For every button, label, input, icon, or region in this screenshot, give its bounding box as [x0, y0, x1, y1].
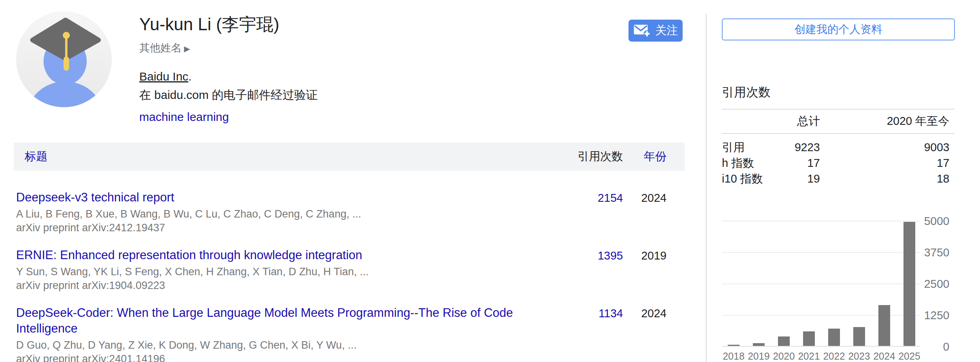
chart-bar-2023[interactable] [853, 327, 865, 346]
chart-ytick-label: 3750 [898, 245, 949, 260]
other-names-toggle[interactable]: 其他姓名▶ [139, 41, 610, 55]
scholar-profile-page: Yu-kun Li (李宇琨) 其他姓名▶ Baidu Inc. 在 baidu… [0, 0, 980, 362]
citations-table: 总计 2020 年至今 引用 9223 9003 h 指数 17 17 i10 … [722, 109, 955, 186]
create-profile-button[interactable]: 创建我的个人资料 [722, 18, 955, 40]
follow-button[interactable]: 关注 [628, 20, 683, 42]
sort-by-year-link[interactable]: 年份 [644, 150, 667, 163]
interest-link-machine-learning[interactable]: machine learning [139, 110, 229, 123]
citations-table-header: 总计 2020 年至今 [722, 109, 955, 134]
article-venue: arXiv preprint arXiv:2412.19437 [16, 221, 568, 235]
articles-table-header: 标题 引用次数 年份 [14, 143, 685, 171]
article-venue: arXiv preprint arXiv:1904.09223 [16, 279, 568, 293]
article-row: DeepSeek-Coder: When the Large Language … [14, 305, 685, 362]
citations-row-citations: 引用 9223 9003 [722, 139, 955, 155]
default-scholar-avatar-icon [15, 10, 113, 108]
vertical-divider [706, 13, 707, 362]
citations-col-all: 总计 [789, 113, 820, 129]
citations-row-h-index: h 指数 17 17 [722, 155, 955, 171]
citations-row-i10-index: i10 指数 19 18 [722, 171, 955, 186]
citation-chart: 0125025003750500020182019202020212022202… [722, 214, 955, 362]
chart-bar-2022[interactable] [828, 329, 840, 346]
chart-bar-2020[interactable] [778, 336, 790, 346]
sort-by-citations-label: 引用次数 [568, 149, 623, 165]
article-authors: A Liu, B Feng, B Xue, B Wang, B Wu, C Lu… [16, 207, 568, 221]
follow-button-label: 关注 [655, 23, 678, 38]
chart-ytick-label: 2500 [898, 276, 949, 292]
article-authors: Y Sun, S Wang, YK Li, S Feng, X Chen, H … [16, 265, 568, 279]
avatar [15, 10, 113, 108]
article-authors: D Guo, Q Zhu, D Yang, Z Xie, K Dong, W Z… [16, 338, 568, 352]
chart-bar-2019[interactable] [753, 343, 765, 346]
article-cited-by-link[interactable]: 2154 [568, 190, 623, 235]
article-venue: arXiv preprint arXiv:2401.14196 [16, 352, 568, 362]
affiliation-line: Baidu Inc. [139, 70, 610, 83]
chart-gridline [722, 221, 920, 221]
profile-header: Yu-kun Li (李宇琨) 其他姓名▶ Baidu Inc. 在 baidu… [139, 14, 610, 124]
sort-by-title-link[interactable]: 标题 [25, 150, 47, 163]
article-title-link[interactable]: ERNIE: Enhanced representation through k… [16, 247, 568, 263]
chart-ytick-label: 1250 [898, 307, 949, 323]
article-title-link[interactable]: Deepseek-v3 technical report [16, 190, 568, 205]
chart-ytick-label: 5000 [898, 213, 949, 229]
article-row: ERNIE: Enhanced representation through k… [14, 247, 685, 293]
affiliation-link[interactable]: Baidu Inc [139, 70, 188, 83]
chart-bar-2021[interactable] [803, 331, 815, 346]
chart-xtick-label: 2025 [893, 351, 926, 362]
article-year: 2024 [623, 305, 685, 362]
articles-table: 标题 引用次数 年份 Deepseek-v3 technical report … [14, 143, 685, 362]
citations-col-since: 2020 年至今 [820, 113, 955, 129]
chart-gridline [722, 283, 920, 284]
expand-arrow-icon: ▶ [184, 44, 190, 53]
verified-email: 在 baidu.com 的电子邮件经过验证 [139, 87, 610, 103]
chart-bar-2018[interactable] [728, 345, 740, 346]
chart-gridline [722, 252, 920, 253]
article-title-link[interactable]: DeepSeek-Coder: When the Large Language … [16, 305, 568, 336]
interests: machine learning [139, 110, 610, 124]
citation-chart-plot [722, 214, 920, 347]
chart-bar-2024[interactable] [878, 305, 890, 346]
chart-gridline [722, 315, 920, 316]
article-cited-by-link[interactable]: 1134 [568, 305, 623, 362]
article-year: 2019 [623, 247, 685, 293]
article-row: Deepseek-v3 technical report A Liu, B Fe… [14, 190, 685, 235]
sidebar: 创建我的个人资料 引用次数 总计 2020 年至今 引用 9223 9003 h… [722, 0, 955, 362]
email-plus-icon [633, 24, 650, 37]
article-year: 2024 [623, 190, 685, 235]
citations-section-title: 引用次数 [722, 84, 771, 101]
article-cited-by-link[interactable]: 1395 [568, 247, 623, 293]
profile-name: Yu-kun Li (李宇琨) [139, 14, 610, 35]
